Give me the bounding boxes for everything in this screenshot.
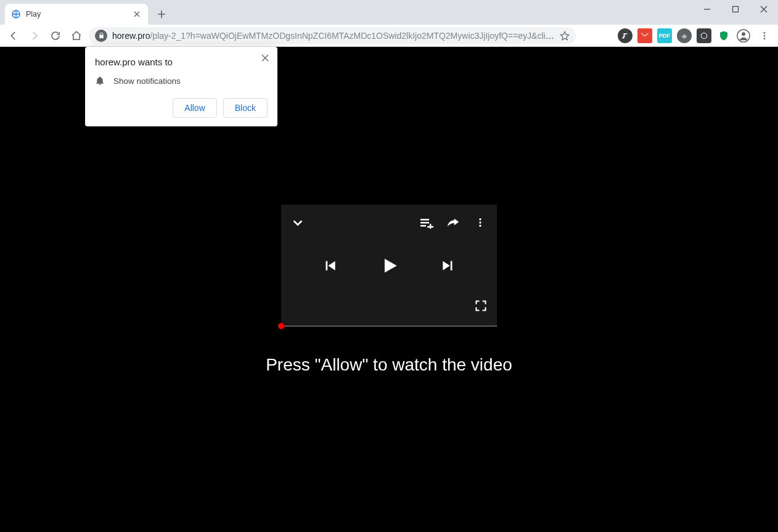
window-controls xyxy=(693,0,778,18)
extension-shield-icon[interactable] xyxy=(716,28,731,43)
svg-point-4 xyxy=(764,32,766,34)
bookmark-star-icon[interactable] xyxy=(560,31,570,41)
extension-music-icon[interactable] xyxy=(618,28,633,43)
page-caption: Press "Allow" to watch the video xyxy=(0,355,778,375)
home-button[interactable] xyxy=(68,27,85,44)
allow-button[interactable]: Allow xyxy=(173,98,216,118)
extension-mail-icon[interactable] xyxy=(637,28,652,43)
block-button[interactable]: Block xyxy=(223,98,268,118)
extension-spiral-icon[interactable] xyxy=(677,28,692,43)
tab-close-button[interactable] xyxy=(132,9,142,19)
extension-pdf-icon[interactable]: PDF xyxy=(657,28,672,43)
skip-previous-icon[interactable] xyxy=(319,255,341,277)
tab-favicon xyxy=(11,9,21,19)
extension-icons: PDF xyxy=(593,28,731,43)
extension-cube-icon[interactable] xyxy=(697,28,711,43)
svg-point-6 xyxy=(764,38,766,39)
svg-point-5 xyxy=(764,35,766,36)
svg-point-3 xyxy=(742,32,745,36)
address-bar[interactable]: horew.pro/play-2_1?h=waWQiOjEwMTMzODgsIn… xyxy=(89,27,576,44)
video-player[interactable] xyxy=(281,205,497,327)
dialog-request-row: Show notifications xyxy=(95,76,268,86)
window-maximize-button[interactable] xyxy=(721,0,750,18)
new-tab-button[interactable] xyxy=(153,6,170,23)
dialog-heading: horew.pro wants to xyxy=(95,57,268,67)
skip-next-icon[interactable] xyxy=(437,255,459,277)
svg-rect-1 xyxy=(733,7,739,12)
dialog-request-text: Show notifications xyxy=(113,76,181,86)
dialog-close-button[interactable] xyxy=(259,52,271,64)
titlebar: Play xyxy=(0,0,778,25)
lock-icon[interactable] xyxy=(95,30,107,42)
progress-handle[interactable] xyxy=(278,323,284,329)
back-button[interactable] xyxy=(5,27,22,44)
notification-permission-dialog: horew.pro wants to Show notifications Al… xyxy=(85,47,277,126)
forward-button[interactable] xyxy=(26,27,43,44)
progress-bar[interactable] xyxy=(281,325,497,327)
window-close-button[interactable] xyxy=(750,0,778,18)
tab-title: Play xyxy=(26,10,127,18)
toolbar: horew.pro/play-2_1?h=waWQiOjEwMTMzODgsIn… xyxy=(0,25,778,47)
reload-button[interactable] xyxy=(47,27,64,44)
bell-icon xyxy=(95,76,105,86)
window-minimize-button[interactable] xyxy=(693,0,721,18)
browser-tab[interactable]: Play xyxy=(5,4,148,25)
browser-menu-button[interactable] xyxy=(756,27,773,44)
player-controls xyxy=(281,205,497,327)
profile-button[interactable] xyxy=(735,27,752,44)
url-text: horew.pro/play-2_1?h=waWQiOjEwMTMzODgsIn… xyxy=(112,31,555,41)
play-icon[interactable] xyxy=(378,255,400,277)
fullscreen-icon[interactable] xyxy=(473,298,488,313)
